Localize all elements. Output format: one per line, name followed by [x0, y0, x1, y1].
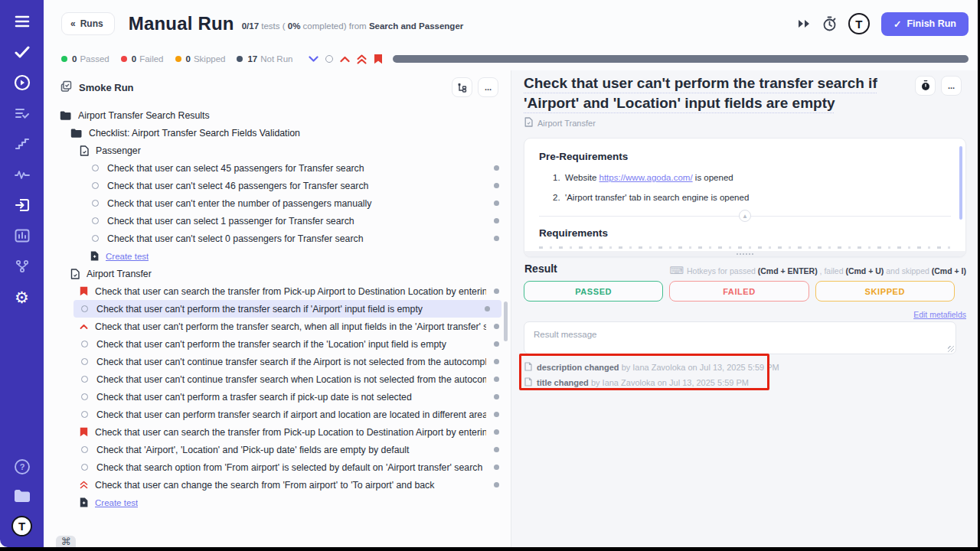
command-key-badge[interactable]: ⌘: [56, 536, 76, 547]
app-window: ⚙ ? T « Runs Manual Run 0/17 tests ( 0% …: [0, 0, 978, 547]
skipped-button[interactable]: SKIPPED: [815, 281, 955, 302]
test-tree: Airport Transfer Search Results Checklis…: [44, 104, 511, 511]
user-avatar[interactable]: T: [848, 13, 870, 34]
passed-button[interactable]: PASSED: [524, 281, 663, 302]
bookmark-icon: [80, 427, 88, 437]
fast-forward-icon[interactable]: [797, 19, 811, 28]
section-divider: ▲: [539, 216, 951, 217]
test-row[interactable]: Check that user can't perform the transf…: [44, 335, 511, 353]
resize-handle[interactable]: [524, 251, 965, 256]
suite-label-row: Airport Transfer: [524, 117, 596, 129]
svg-text:?: ?: [19, 462, 24, 471]
caret-up-icon[interactable]: [340, 56, 350, 63]
status-dot: [485, 306, 490, 311]
box-arrow-icon[interactable]: [13, 196, 31, 214]
steps-icon[interactable]: [13, 135, 31, 153]
pre-requirements-heading: Pre-Requirements: [539, 151, 965, 162]
test-row[interactable]: Check that user can't enter the number o…: [44, 194, 511, 212]
bookmark-icon[interactable]: [374, 54, 383, 64]
test-row[interactable]: Check that user can change the search fr…: [44, 476, 511, 494]
status-dot: [494, 183, 499, 188]
collapse-toggle[interactable]: ▲: [739, 210, 751, 222]
clipped-text-line: [539, 246, 951, 249]
not-run-icon: [90, 182, 100, 189]
double-chevron-left-icon: «: [70, 18, 76, 29]
test-row[interactable]: Check that search option from 'From airp…: [44, 458, 511, 476]
status-dot: [494, 394, 499, 399]
document-icon: [524, 117, 533, 129]
status-dot: [494, 236, 499, 241]
suite-folder[interactable]: Airport Transfer Search Results: [44, 106, 511, 124]
test-title[interactable]: Check that user can't perform the transf…: [524, 73, 925, 113]
create-test-link[interactable]: Create test: [44, 494, 511, 511]
tree-panel-header: Smoke Run ...: [44, 70, 511, 104]
test-row[interactable]: Check that user can't continue transfer …: [44, 353, 511, 370]
skipped-counter: 0 Skipped: [175, 54, 226, 64]
document-plus-icon: [90, 251, 99, 261]
tree-view-button[interactable]: [452, 77, 472, 97]
not-run-icon: [80, 446, 90, 453]
status-dot: [494, 218, 499, 223]
test-row[interactable]: Check that user can search the transfer …: [44, 282, 511, 300]
agoda-link[interactable]: https://www.agoda.com/: [599, 173, 693, 182]
circle-filter-icon[interactable]: [325, 55, 333, 63]
folder-icon[interactable]: [13, 487, 31, 505]
detail-more-button[interactable]: ...: [941, 76, 962, 96]
tree-scrollbar[interactable]: [504, 302, 508, 341]
menu-icon[interactable]: [13, 12, 31, 31]
test-row[interactable]: Check that user can search the transfer …: [44, 423, 511, 441]
test-row[interactable]: Check that user can perform transfer sea…: [44, 406, 511, 423]
test-row[interactable]: Check that user can select 45 passengers…: [44, 159, 511, 177]
status-dot: [494, 447, 499, 452]
gear-icon[interactable]: ⚙: [13, 288, 31, 306]
test-row[interactable]: Check that user can't select 0 passenger…: [44, 230, 511, 247]
stopwatch-button[interactable]: [915, 76, 936, 96]
chevron-down-icon[interactable]: [309, 56, 318, 63]
card-scrollbar[interactable]: [959, 146, 962, 220]
skipped-dot: [175, 56, 181, 62]
timer-icon[interactable]: [822, 16, 837, 31]
finish-run-button[interactable]: ✓ Finish Run: [881, 12, 969, 36]
test-row[interactable]: Check that user can't perform the transf…: [44, 318, 511, 335]
status-dot: [494, 341, 499, 347]
not-run-icon: [80, 305, 90, 312]
passed-dot: [61, 56, 67, 62]
case-group[interactable]: Passenger: [44, 142, 511, 159]
not-run-icon: [90, 217, 100, 224]
list-check-icon[interactable]: [13, 104, 31, 122]
run-progress-bar: [393, 55, 969, 63]
test-row-selected[interactable]: Check that user can't perform the transf…: [74, 300, 501, 318]
test-row[interactable]: Check that user can select 1 passenger f…: [44, 212, 511, 230]
tree-more-button[interactable]: ...: [478, 77, 498, 97]
failed-dot: [121, 56, 127, 62]
status-dot: [494, 324, 499, 329]
test-row[interactable]: Check that 'Airport', 'Location' and 'Pi…: [44, 441, 511, 458]
pulse-icon[interactable]: [13, 165, 31, 184]
back-to-runs-button[interactable]: « Runs: [61, 12, 115, 35]
status-bar: 0 Passed 0 Failed 0 Skipped 17 Not Run: [44, 47, 978, 70]
check-icon[interactable]: [13, 43, 31, 61]
bookmark-icon: [80, 286, 88, 296]
bar-chart-icon[interactable]: [13, 227, 31, 245]
branch-icon[interactable]: [13, 257, 31, 276]
case-group[interactable]: Airport Transfer: [44, 265, 511, 282]
percent-completed: 0%: [288, 21, 301, 31]
status-dot: [494, 359, 499, 364]
suite-folder[interactable]: Checklist: Airport Transfer Search Field…: [44, 124, 511, 142]
test-row[interactable]: Check that user can't perform a trasfer …: [44, 388, 511, 406]
suite-name: Airport Transfer: [537, 119, 596, 128]
not-run-icon: [80, 393, 90, 400]
play-circle-icon[interactable]: [13, 73, 31, 92]
create-test-link[interactable]: Create test: [44, 247, 511, 265]
result-message-input[interactable]: [524, 321, 956, 354]
test-row[interactable]: Check that user can't select 46 passenge…: [44, 177, 511, 194]
description-card: Pre-Requirements 1. Website https://www.…: [524, 138, 966, 257]
keyboard-icon: ⌨: [669, 265, 684, 276]
header: « Runs Manual Run 0/17 tests ( 0% comple…: [44, 0, 978, 47]
workspace-avatar[interactable]: T: [11, 516, 32, 536]
help-icon[interactable]: ?: [13, 458, 31, 476]
double-caret-up-icon[interactable]: [357, 54, 367, 64]
test-row[interactable]: Check that user can't continue transfer …: [44, 370, 511, 388]
edit-metafields-link[interactable]: Edit metafields: [913, 310, 966, 319]
failed-button[interactable]: FAILED: [669, 281, 808, 302]
